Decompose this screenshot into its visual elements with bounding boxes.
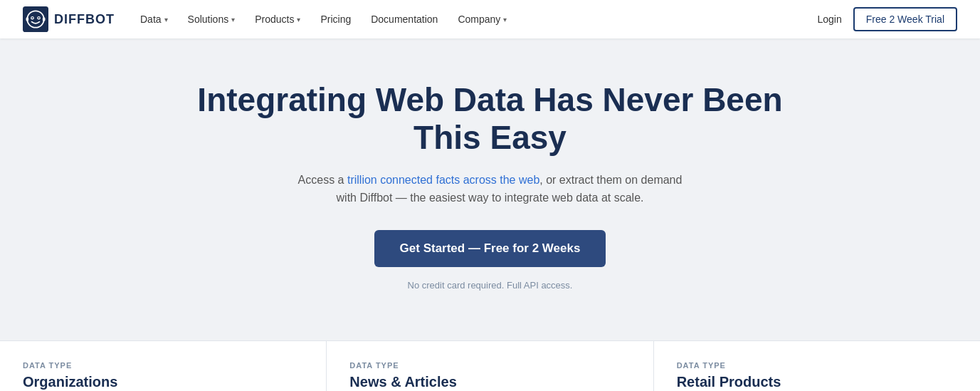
data-type-title-3: Retail Products (677, 374, 957, 390)
svg-point-7 (38, 17, 39, 19)
logo-link[interactable]: DIFFBOT (23, 6, 115, 32)
cta-button[interactable]: Get Started — Free for 2 Weeks (374, 230, 606, 267)
data-card-retail: DATA TYPE Retail Products (654, 340, 980, 391)
nav-item-company[interactable]: Company ▾ (449, 9, 515, 29)
nav-right: Login Free 2 Week Trial (818, 7, 958, 31)
data-type-title-2: News & Articles (349, 374, 630, 390)
svg-rect-3 (43, 17, 46, 21)
chevron-down-icon: ▾ (297, 16, 300, 24)
hero-section: Integrating Web Data Has Never Been This… (0, 38, 980, 319)
hero-subtitle-line1: Access a trillion connected facts across… (298, 174, 683, 186)
svg-rect-2 (26, 17, 29, 21)
hero-subtitle: Access a trillion connected facts across… (291, 171, 690, 207)
data-types-section: DATA TYPE Organizations DATA TYPE News &… (0, 340, 980, 391)
nav-item-pricing[interactable]: Pricing (312, 9, 359, 29)
svg-point-6 (31, 17, 33, 19)
nav-item-data[interactable]: Data ▾ (132, 9, 176, 29)
data-card-news: DATA TYPE News & Articles (327, 340, 653, 391)
data-type-title-1: Organizations (23, 374, 303, 390)
nav-item-solutions[interactable]: Solutions ▾ (179, 9, 244, 29)
trillion-link[interactable]: trillion connected facts across the web (347, 174, 539, 186)
hero-title: Integrating Web Data Has Never Been This… (170, 81, 811, 157)
data-card-organizations: DATA TYPE Organizations (0, 340, 327, 391)
chevron-down-icon: ▾ (164, 16, 168, 24)
hero-subtitle-line2: with Diffbot — the easiest way to integr… (337, 192, 644, 204)
hero-note: No credit card required. Full API access… (14, 280, 966, 291)
data-type-label-3: DATA TYPE (677, 361, 957, 370)
navigation: DIFFBOT Data ▾ Solutions ▾ Products ▾ Pr… (0, 0, 980, 38)
data-type-label-1: DATA TYPE (23, 361, 303, 370)
login-link[interactable]: Login (818, 14, 842, 25)
chevron-down-icon: ▾ (503, 16, 507, 24)
nav-item-products[interactable]: Products ▾ (246, 9, 309, 29)
logo-text: DIFFBOT (54, 12, 115, 27)
chevron-down-icon: ▾ (231, 16, 235, 24)
data-type-label-2: DATA TYPE (349, 361, 630, 370)
nav-links: Data ▾ Solutions ▾ Products ▾ Pricing Do… (132, 9, 818, 29)
nav-item-documentation[interactable]: Documentation (362, 9, 446, 29)
logo-icon (23, 6, 48, 32)
trial-button[interactable]: Free 2 Week Trial (853, 7, 957, 31)
